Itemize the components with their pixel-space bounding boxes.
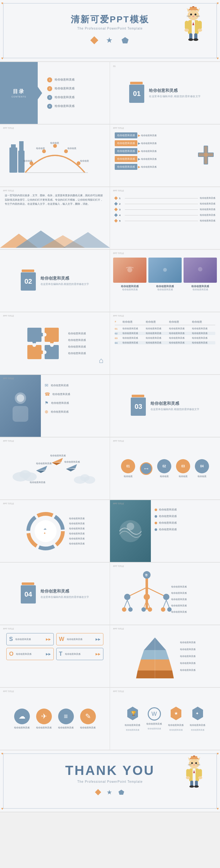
cat-svg (182, 6, 204, 41)
slide-text: PPT TITLE 这一页写的内容比较多，文字、图标、色块，这里面有更多的颜色元… (0, 187, 110, 249)
svg-line-99 (147, 587, 166, 597)
horiz-item-2: 2 给你创意和灵感 (115, 202, 215, 205)
section04-num: 04 (21, 585, 36, 603)
email-content: ✉ 给你创意和灵感 ☎ 给你创意和灵感 ⚑ 给你创意和灵感 ⊕ 给你创意和灵感 (41, 375, 110, 437)
menu-text-3: 给你创意和灵感 (55, 95, 74, 99)
table-header: # 给你创意 给你创意 给你创意 给你创意 (115, 320, 215, 325)
horiz-item-5: 5 给你创意和灵感 (115, 219, 215, 222)
badge-svg-4: ✦ (191, 706, 204, 722)
menu-num-2: 2 (47, 86, 52, 91)
horiz-diamond-5 (114, 219, 118, 222)
svg-rect-51 (27, 328, 41, 342)
row-10: 04 给你创意和灵感 在这里单击编辑内容,根据您的需求修改文字 PPT TITL… (0, 563, 220, 625)
svg-marker-73 (36, 470, 45, 473)
section-num: 01 (129, 85, 144, 103)
pyramid-tag: PPT TITLE (113, 628, 124, 630)
icon-label-1: 给你创意和灵感 (14, 726, 30, 729)
person-svg (8, 390, 33, 422)
step-text-2: 给你创意和灵感 (141, 142, 215, 145)
swot-o: O 给你创意和灵感 ▶▶ (6, 648, 54, 660)
photo2-img (110, 500, 151, 562)
swot-letter-t: T (59, 651, 63, 657)
step-box-4: 给你创意和灵感 (115, 156, 137, 162)
step-text-1: 给你创意和灵感 (141, 134, 215, 137)
table-row3-col2: 给你创意和灵感 (146, 337, 169, 340)
svg-rect-54 (44, 328, 59, 342)
menu-num-1: 1 (47, 78, 52, 83)
icon-label-2: 给你创意和灵感 (36, 726, 52, 729)
row-11: PPT TITLE S 给你创意和灵感 ▶▶ W 给你创意和灵感 ▶▶ O 给你… (0, 625, 220, 688)
icon-item-1: ☁ 给你创意和灵感 (14, 709, 30, 729)
wheel-label-3: 给你创意和灵感 (69, 527, 85, 530)
wheel-label-2: 给你创意和灵感 (69, 522, 85, 525)
caption-title-2: 给你创意和灵感 (148, 285, 182, 288)
badge-sub-1: 给你创意和灵感 (126, 729, 139, 732)
table-header-col1: 给你创意 (123, 320, 146, 323)
thankyou-cat (184, 755, 204, 789)
puzzle-content: 给你创意和灵感 给你创意和灵感 给你创意和灵感 给你创意和灵感 ⌂ (0, 312, 110, 374)
step-arrow-3: ▶ (138, 149, 140, 153)
svg-text:给你创意: 给你创意 (36, 147, 45, 149)
svg-rect-24 (9, 148, 17, 173)
horiz-line-1 (125, 198, 198, 198)
swot-s: S 给你创意和灵感 ▶▶ (6, 633, 54, 645)
phone-icon: ☎ (44, 392, 50, 397)
section02-text: 给你创意和灵感 在这里单击编辑内容,根据您的需求修改文字 (40, 276, 89, 286)
caption-title-3: 给你创意和灵感 (184, 285, 217, 288)
section04-content: 04 给你创意和灵感 在这里单击编辑内容,根据您的需求修改文字 (21, 584, 89, 603)
plane-icon: ✈ (36, 709, 52, 724)
svg-text:☁: ☁ (43, 527, 46, 530)
svg-point-101 (144, 594, 150, 600)
svg-text:给你创意: 给你创意 (68, 147, 76, 149)
badge-sub-3: 给你创意和灵感 (169, 729, 183, 732)
menu-item-3: 3 给你创意和灵感 (47, 95, 105, 100)
section02-num: 02 (21, 272, 36, 290)
step-box-1: 给你创意和灵感 (115, 132, 137, 138)
svg-point-49 (163, 268, 167, 272)
contents-left-panel: 目录 CONTENTS (0, 62, 38, 124)
svg-point-55 (43, 333, 46, 337)
photo-1 (113, 257, 147, 283)
section03-title: 给你创意和灵感 (151, 401, 199, 406)
section03-content: 03 给你创意和灵感 在这里单击编辑内容,根据您的需求修改文字 (131, 396, 199, 416)
photo2-content: 给你创意和灵感 给你创意和灵感 给你创意和灵感 给你创意和灵感 (151, 500, 220, 562)
slide-swot: PPT TITLE S 给你创意和灵感 ▶▶ W 给你创意和灵感 ▶▶ O 给你… (0, 625, 110, 687)
svg-point-30 (53, 144, 57, 148)
menu-text-4: 给你创意和灵感 (55, 104, 74, 108)
photo-2 (148, 257, 182, 283)
step-arrow-1: ▶ (138, 134, 140, 137)
svg-point-65 (17, 394, 24, 402)
svg-rect-1 (190, 7, 197, 9)
slide-section02: 02 给你创意和灵感 在这里单击编辑内容,根据您的需求修改文字 (0, 250, 110, 312)
table-header-col2: 给你创意 (146, 320, 169, 323)
icon-item-2: ✈ 给你创意和灵感 (36, 709, 52, 729)
step-box-3: 给你创意和灵感 (115, 148, 137, 154)
wave-svg (116, 516, 145, 547)
photo-icon-1 (124, 266, 136, 275)
table-header-col3: 给你创意 (169, 320, 192, 323)
table-row2-col4: 给你创意和灵感 (192, 332, 215, 335)
svg-text:给你创意和灵感: 给你创意和灵感 (171, 604, 187, 607)
row-5: 02 给你创意和灵感 在这里单击编辑内容,根据您的需求修改文字 PPT TITL… (0, 250, 220, 312)
step-arrow-2: ▶ (138, 142, 140, 145)
puzzle-label-1: 给你创意和灵感 (68, 332, 86, 335)
photo2-item-3: 给你创意和灵感 (155, 521, 216, 525)
email-photo (0, 375, 41, 437)
icons-content: ☁ 给你创意和灵感 ✈ 给你创意和灵感 ≡ 给你创意和灵感 ✎ 给你创意和灵感 (0, 688, 110, 750)
slide-horiz-steps: PPT TITLE 1 给你创意和灵感 2 给你创意和灵感 3 给你创意和灵感 (110, 187, 220, 249)
svg-point-92 (127, 523, 134, 530)
svg-point-134 (189, 759, 199, 769)
swot-letter-o: O (9, 651, 13, 657)
email-row-2: ☎ 给你创意和灵感 (44, 392, 106, 397)
circle-num-1: 01 (121, 459, 135, 473)
email-layout: ✉ 给你创意和灵感 ☎ 给你创意和灵感 ⚑ 给你创意和灵感 ⊕ 给你创意和灵感 (0, 375, 110, 437)
table-row2-num: 02 (115, 332, 123, 335)
menu-item-2: 2 给你创意和灵感 (47, 86, 105, 91)
svg-point-8 (192, 16, 194, 17)
email-text-2: 给你创意和灵感 (53, 393, 70, 396)
wheel-content: ☁ ✦ 给你创意和灵感 给你创意和灵感 给你创意和灵感 给你创意和灵感 给你创意… (0, 500, 110, 562)
svg-point-137 (191, 762, 193, 764)
svg-point-19 (198, 29, 202, 32)
email-text-1: 给你创意和灵感 (51, 384, 68, 387)
table-row4-col1: 给你创意和灵感 (123, 341, 146, 344)
